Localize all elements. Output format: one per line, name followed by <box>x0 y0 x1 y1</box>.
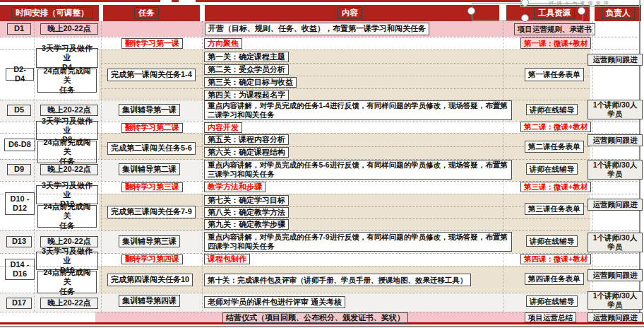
header-label-task[interactable]: 任务 <box>134 7 159 19</box>
header-label-time[interactable]: 时间安排（可调整） <box>11 7 93 19</box>
cell-d5-content[interactable]: 重点内容讲解，对学员完成的任务1-4进行反馈，有同样问题的学员修改，现场答疑，布… <box>204 100 512 120</box>
cell-flip3-label[interactable]: 教学方法和步骤 <box>204 182 266 192</box>
cell-d6d8-tool[interactable]: 第二课任务表单 <box>525 141 584 153</box>
cell-d9-owner[interactable]: 1个讲师/30人 学员 <box>588 160 643 180</box>
bottom-rule-gray <box>0 326 644 327</box>
cell-d14d16-task[interactable]: 完成第四课闯关任务10 <box>107 274 193 286</box>
cell-closing-owner[interactable]: 运营顾问跟进 <box>588 312 643 322</box>
cell-d5-time[interactable]: 晚上20-22点 <box>40 105 98 116</box>
cell-d10d12-owner[interactable]: 运营顾问跟进 <box>588 199 643 211</box>
cell-d17-owner[interactable]: 1个讲师/30人 学员 <box>588 291 643 310</box>
top-rule-left <box>0 0 160 2</box>
selection-handle-bottom[interactable] <box>521 14 529 22</box>
cell-d2d4-day[interactable]: D2-D4 <box>6 68 34 81</box>
cell-d2d4-tool[interactable]: 第一课任务表单 <box>525 68 584 81</box>
cell-d1-time[interactable]: 晚上20-22点 <box>40 23 98 35</box>
cell-d10d12-task[interactable]: 完成第三课闯关任务7-9 <box>107 206 196 218</box>
cell-d2d4-time2[interactable]: 24点前完成闯关 任务 <box>37 69 97 93</box>
cell-d6d8-time1[interactable]: 3天学习及做作业 D8 <box>36 121 98 140</box>
cell-d6d8-c1[interactable]: 第五关：课程内容分析 <box>204 134 289 145</box>
cell-flip4-task[interactable]: 翻转学习第四课 <box>121 254 183 264</box>
cell-d10d12-tool[interactable]: 第三课任务表单 <box>525 203 584 215</box>
cell-d10d12-c2[interactable]: 第八关：确定教学方法 <box>204 207 289 218</box>
cell-d14d16-day[interactable]: D14 - D16 <box>5 259 35 280</box>
cell-d1-content[interactable]: 开营（目标、规则、任务、收益），布置第一课学习和闯关任务 <box>205 23 429 35</box>
cell-d14d16-time2[interactable]: 24点前完成闯关 任务 <box>37 271 97 293</box>
cell-closing-content[interactable]: 结营仪式（项目回顾、公布积分、颁发证书、奖状） <box>222 312 408 323</box>
cell-d6d8-c2[interactable]: 第六关：确定课程结构 <box>204 147 289 158</box>
cell-flip4-label[interactable]: 课程包制作 <box>204 254 250 264</box>
selection-handle-right[interactable] <box>578 7 585 15</box>
cell-d17-time[interactable]: 晚上20-22点 <box>40 298 98 309</box>
cell-d13-day[interactable]: D13 <box>6 236 32 247</box>
cell-d2d4-owner[interactable]: 运营顾问跟进 <box>588 54 643 66</box>
cell-d5-owner[interactable]: 1个讲师/30人 学员 <box>588 100 643 119</box>
cell-d13-tool[interactable]: 讲师在线辅导 <box>526 235 578 247</box>
cell-flip1-task[interactable]: 翻转学习第一课 <box>121 38 183 49</box>
cell-d9-tool[interactable]: 讲师在线辅导 <box>526 163 578 175</box>
cell-d17-tool[interactable]: 讲师在线辅导 <box>526 295 578 307</box>
cell-d6d8-owner[interactable]: 运营顾问跟进 <box>588 134 643 146</box>
cell-d2d4-c1[interactable]: 第一关：确定课程主题 <box>204 52 289 62</box>
cell-flip2-tool[interactable]: 第二课：微课+教材 <box>520 122 591 132</box>
cell-d1-day[interactable]: D1 <box>7 23 31 35</box>
cell-d13-content[interactable]: 重点内容讲解，对学员完成的任务7-9进行反馈，有同样问题的学员修改，现场答疑，布… <box>204 232 512 252</box>
cell-d6d8-task[interactable]: 完成第二课闯关任务5-6 <box>107 142 196 155</box>
cell-flip1-label[interactable]: 方向聚焦 <box>204 38 242 49</box>
schedule-table: 环球人力资源管理 时间安排（可调整） 任务 内容 工具资源 负责人 <box>0 0 644 328</box>
cell-flip1-tool[interactable]: 第一课：微课+教材 <box>520 37 591 49</box>
cell-d1-tool[interactable]: 项目运营规则、承诺书 <box>514 23 595 35</box>
cell-d14d16-c1[interactable]: 第十关：完成课件包及评审（讲师手册、学员手册、授课地图、效果迁移工具） <box>204 274 471 286</box>
cell-flip3-tool[interactable]: 第三课：微课+教材 <box>520 182 591 192</box>
cell-d2d4-c2[interactable]: 第二关：受众学员分析 <box>204 64 289 75</box>
cell-d14d16-tool[interactable]: 第四课任务表单 <box>525 273 584 285</box>
cell-d2d4-time1[interactable]: 3天学习及做作业 D4 <box>36 48 98 68</box>
header-label-content[interactable]: 内容 <box>338 7 362 19</box>
top-rule-right <box>196 0 520 2</box>
row-divider <box>101 63 590 64</box>
cell-flip2-label[interactable]: 内容开发 <box>204 122 242 133</box>
cell-d13-task[interactable]: 集训辅导第三课 <box>119 235 180 247</box>
col-divider <box>101 21 102 312</box>
cell-d10d12-day[interactable]: D10 - D12 <box>5 192 35 215</box>
cell-d10d12-c3[interactable]: 第九关：确定教学步骤 <box>204 219 289 230</box>
cell-flip3-task[interactable]: 翻转学习第三课 <box>121 182 183 192</box>
cell-d5-tool[interactable]: 讲师在线辅导 <box>526 104 578 115</box>
header-label-owner[interactable]: 负责人 <box>602 7 635 19</box>
top-rule-handle[interactable] <box>172 0 179 2</box>
cell-d2d4-c3[interactable]: 第三关：确定目标与收益 <box>204 77 297 88</box>
cell-d5-day[interactable]: D5 <box>7 105 31 116</box>
cell-d10d12-time2[interactable]: 24点前完成闯关 任务 <box>37 205 97 228</box>
cell-d13-owner[interactable]: 1个讲师/30人 学员 <box>588 233 643 252</box>
cell-d13-time[interactable]: 晚上20-22点 <box>40 236 98 247</box>
cell-d17-content[interactable]: 老师对学员的课件包进行评审 通关考核 <box>204 296 345 308</box>
selection-handle-left[interactable] <box>467 7 475 15</box>
cell-d17-day[interactable]: D17 <box>6 298 32 309</box>
cell-d17-task[interactable]: 集训辅导第四课 <box>119 295 180 307</box>
cell-d6d8-day[interactable]: D6-D8 <box>4 139 35 151</box>
cell-d9-content[interactable]: 重点内容讲解，对学员完成的任务5-6进行反馈，有同样问题的学员修改，现场答疑，布… <box>204 160 512 180</box>
cell-d10d12-c1[interactable]: 第七关：确定学习目标 <box>204 195 289 206</box>
cell-d2d4-task[interactable]: 完成第一课闯关任务1-4 <box>107 69 196 81</box>
cell-d2d4-c4[interactable]: 第四关：为课程起名字 <box>204 90 289 100</box>
cell-d9-day[interactable]: D9 <box>7 164 31 175</box>
cell-closing-tool[interactable]: 项目运营总结 <box>525 312 576 322</box>
cell-d6d8-time2[interactable]: 24点前完成闯关 任务 <box>37 141 97 163</box>
cell-d14d16-owner[interactable]: 运营顾问跟进 <box>588 269 643 281</box>
row-divider <box>101 218 590 219</box>
cell-d9-task[interactable]: 集训辅导第二课 <box>119 163 180 175</box>
col-divider <box>202 21 203 312</box>
cell-d14d16-time1[interactable]: 3天学习及做作业 D16 <box>36 252 98 270</box>
cell-d9-time[interactable]: 晚上20-22点 <box>40 164 98 175</box>
cell-flip2-task[interactable]: 翻转学习第二课 <box>121 123 183 133</box>
row-divider <box>0 230 640 231</box>
cell-flip4-tool[interactable]: 第四课：微课+教材 <box>520 254 591 264</box>
cell-d5-task[interactable]: 集训辅导第一课 <box>119 104 180 116</box>
cell-d10d12-time1[interactable]: 3天学习及做作业 D12 <box>36 185 98 204</box>
row-divider <box>101 88 590 89</box>
